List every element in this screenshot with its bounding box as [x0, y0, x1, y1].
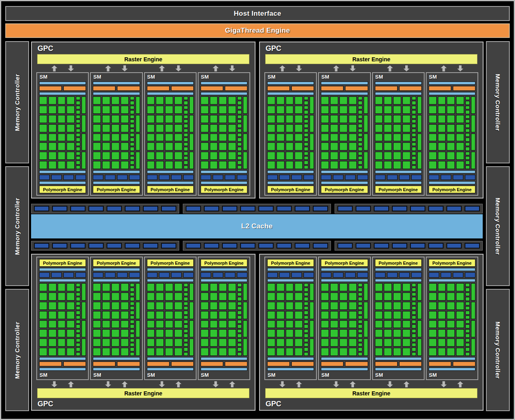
ldst-column	[412, 283, 416, 356]
sm-interconnect-blue-bar	[93, 170, 140, 173]
ldst-cell	[130, 302, 134, 305]
texture-cell	[117, 272, 128, 278]
core-cell	[48, 134, 57, 142]
core-cell	[276, 106, 285, 114]
texture-cell	[129, 175, 140, 180]
sm-top-blue-bar	[429, 81, 475, 85]
ldst-cell	[465, 101, 470, 104]
core-cell	[276, 134, 285, 142]
texture-cell	[387, 175, 398, 180]
ldst-cell	[130, 138, 134, 141]
arrow-up-icon	[333, 65, 339, 71]
ldst-cell	[304, 156, 308, 160]
core-cell	[339, 142, 348, 150]
core-cell	[174, 152, 182, 160]
polymorph-engine-bar: Polymorph Engine	[93, 186, 140, 193]
memory-controller-right-3: Memory Controller	[486, 289, 510, 411]
core-cell	[349, 283, 357, 291]
ldst-cell	[465, 106, 470, 109]
memory-controller-label: Memory Controller	[494, 322, 501, 379]
core-cell	[67, 311, 75, 319]
core-cell	[201, 283, 209, 291]
core-cell	[165, 339, 173, 347]
core-cell	[201, 124, 209, 132]
sfu-cell	[471, 339, 475, 356]
core-cell	[67, 106, 75, 114]
ldst-cell	[412, 306, 416, 310]
ldst-cell	[358, 133, 362, 137]
ldst-cell	[465, 288, 470, 291]
core-cell	[393, 348, 401, 356]
core-cell	[393, 134, 401, 142]
sm-cache-blue-bar	[201, 268, 247, 271]
core-cell	[267, 142, 275, 150]
ldst-cell	[237, 343, 242, 347]
sfu-cell	[82, 115, 86, 132]
ldst-cell	[358, 302, 362, 305]
sfu-column	[243, 283, 247, 356]
orange-scheduler-row	[267, 361, 314, 366]
core-cell	[58, 115, 66, 123]
core-cell	[330, 152, 338, 160]
core-cell	[321, 161, 329, 169]
ldst-cell	[412, 343, 416, 347]
sm-top-blue-bar	[375, 368, 422, 371]
sfu-cell	[310, 320, 314, 338]
texture-cell	[304, 175, 314, 180]
core-cell	[39, 161, 47, 169]
core-cell	[93, 283, 101, 291]
core-cell	[111, 293, 119, 301]
texture-cell	[171, 272, 182, 278]
ldst-cell	[237, 119, 242, 123]
core-cell	[39, 152, 47, 160]
ldst-cell	[412, 138, 416, 141]
core-cell	[228, 320, 236, 328]
orange-scheduler-row	[39, 361, 86, 366]
core-grid	[93, 96, 128, 169]
orange-scheduler-cell	[321, 86, 343, 91]
ldst-cell	[358, 110, 362, 114]
ldst-column	[237, 283, 242, 356]
sm-interconnect-blue-bar	[429, 170, 475, 173]
core-cell	[93, 115, 101, 123]
ldst-cell	[412, 110, 416, 114]
core-cell	[276, 152, 285, 160]
core-cell	[147, 302, 155, 310]
dark-blue-texture-row	[93, 272, 140, 278]
ldst-cell	[304, 161, 308, 164]
polymorph-engine-bar: Polymorph Engine	[375, 186, 422, 193]
ldst-cell	[130, 110, 134, 114]
core-cell	[174, 293, 182, 301]
core-cell	[219, 339, 227, 347]
ldst-cell	[412, 297, 416, 301]
arrow-pair	[426, 65, 478, 71]
core-cell	[147, 339, 155, 347]
core-cell	[228, 96, 236, 104]
ldst-cell	[130, 329, 134, 333]
ldst-cell	[412, 347, 416, 351]
core-cell	[375, 302, 383, 310]
core-cell	[276, 329, 285, 337]
core-cell	[102, 348, 110, 356]
core-cell	[102, 320, 110, 328]
orange-scheduler-cell	[93, 361, 115, 366]
core-cell	[121, 96, 129, 104]
texture-cell	[387, 272, 398, 278]
core-cell	[339, 302, 348, 310]
ldst-cell	[412, 165, 416, 169]
ldst-cell	[76, 161, 80, 164]
arrow-pair	[36, 381, 89, 387]
core-cell	[447, 96, 455, 104]
core-cell	[228, 115, 236, 123]
core-cell	[210, 329, 218, 337]
core-cell	[375, 134, 383, 142]
core-grid	[267, 283, 303, 356]
texture-cell	[63, 272, 74, 278]
core-cell	[165, 161, 173, 169]
core-cell	[330, 293, 338, 301]
polymorph-engine-bar: Polymorph Engine	[375, 259, 422, 267]
polymorph-engine-bar: Polymorph Engine	[39, 186, 86, 193]
texture-cell	[267, 175, 278, 180]
ldst-cell	[358, 320, 362, 324]
texture-cell	[411, 272, 422, 278]
